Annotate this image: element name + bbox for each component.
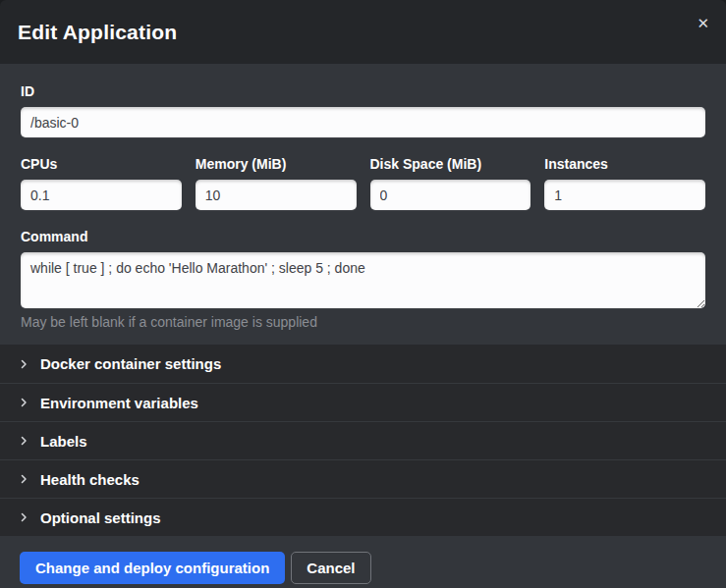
instances-field-group: Instances [544, 156, 705, 210]
section-label: Labels [40, 433, 87, 450]
modal-title: Edit Application [18, 21, 177, 44]
id-field-group: ID [21, 83, 705, 137]
modal-body: ID CPUs Memory (MiB) Disk Space (MiB) In… [0, 64, 726, 345]
close-icon: ✕ [697, 15, 709, 31]
section-label: Environment variables [40, 395, 198, 411]
section-label: Health checks [40, 471, 140, 488]
close-button[interactable]: ✕ [693, 12, 713, 34]
section-optional-settings[interactable]: Optional settings [0, 498, 726, 536]
command-textarea[interactable]: while [ true ] ; do echo 'Hello Marathon… [21, 252, 705, 308]
cpus-field-group: CPUs [21, 156, 182, 210]
id-input[interactable] [21, 107, 705, 137]
command-field-group: Command while [ true ] ; do echo 'Hello … [21, 229, 705, 330]
command-help-text: May be left blank if a container image i… [21, 314, 705, 330]
section-label: Optional settings [40, 509, 161, 526]
change-and-deploy-button[interactable]: Change and deploy configuration [20, 552, 285, 584]
cpus-label: CPUs [21, 156, 182, 172]
memory-field-group: Memory (MiB) [195, 156, 357, 210]
command-label: Command [21, 229, 705, 244]
chevron-right-icon [18, 358, 29, 370]
cancel-button[interactable]: Cancel [291, 552, 370, 584]
memory-input[interactable] [195, 180, 357, 210]
resources-row: CPUs Memory (MiB) Disk Space (MiB) Insta… [21, 156, 705, 210]
modal-header: Edit Application ✕ [0, 0, 726, 64]
section-environment-variables[interactable]: Environment variables [0, 383, 726, 421]
chevron-right-icon [18, 511, 29, 523]
modal-footer: Change and deploy configuration Cancel [0, 536, 726, 588]
section-label: Docker container settings [40, 355, 221, 372]
collapsible-sections: Docker container settings Environment va… [0, 345, 726, 536]
instances-label: Instances [544, 156, 705, 172]
section-docker-container-settings[interactable]: Docker container settings [0, 345, 726, 383]
memory-label: Memory (MiB) [195, 156, 357, 172]
instances-input[interactable] [544, 180, 705, 210]
section-health-checks[interactable]: Health checks [0, 459, 726, 498]
chevron-right-icon [18, 435, 29, 447]
disk-label: Disk Space (MiB) [370, 156, 531, 172]
disk-field-group: Disk Space (MiB) [370, 156, 531, 210]
disk-input[interactable] [370, 180, 531, 210]
chevron-right-icon [18, 473, 29, 485]
id-label: ID [21, 83, 705, 99]
section-labels[interactable]: Labels [0, 421, 726, 459]
cpus-input[interactable] [21, 180, 182, 210]
chevron-right-icon [18, 397, 29, 408]
edit-application-modal: Edit Application ✕ ID CPUs Memory (MiB) … [0, 0, 726, 588]
